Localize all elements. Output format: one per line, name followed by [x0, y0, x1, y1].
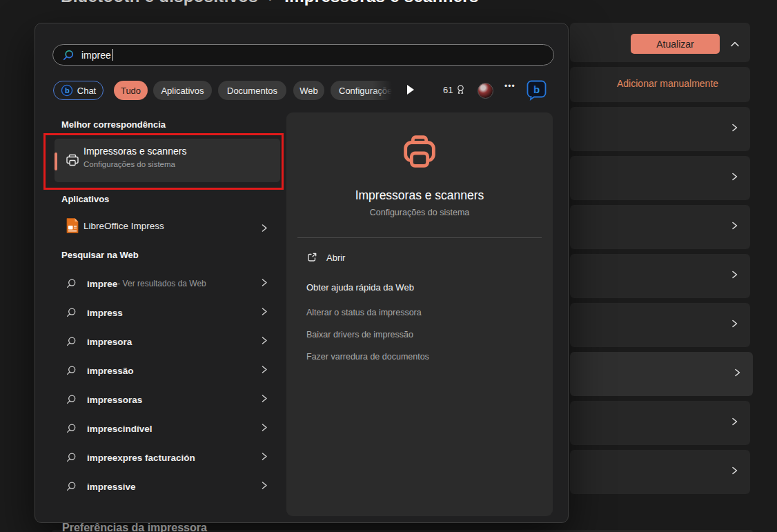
detail-title: Impressoras e scanners: [286, 188, 553, 203]
web-suggestions-list: impree - Ver resultados da Web impress: [48, 269, 282, 501]
printer-preferences-section-title: Preferências da impressora: [62, 522, 207, 532]
user-avatar[interactable]: [478, 83, 493, 99]
filter-tab-label: Chat: [77, 86, 96, 96]
search-suggestion-icon: [66, 481, 77, 492]
filter-tab-settings[interactable]: Configurações: [331, 81, 395, 100]
search-suggestion-icon: [66, 423, 77, 434]
suggestion-suffix: - Ver resultados da Web: [117, 279, 206, 288]
open-action-label: Abrir: [326, 253, 345, 263]
chevron-right-icon: [730, 319, 739, 331]
suggestion-term: impressoras: [87, 395, 142, 405]
apps-section-label: Aplicativos: [61, 194, 109, 204]
search-suggestion-icon: [66, 394, 77, 405]
quick-help-link[interactable]: Fazer varredura de documentos: [306, 352, 429, 374]
chevron-right-icon[interactable]: [260, 422, 268, 435]
chevron-up-icon[interactable]: [727, 37, 742, 52]
filter-tab-label: Web: [299, 86, 318, 96]
filter-tab-documents[interactable]: Documentos: [218, 81, 286, 100]
refresh-button[interactable]: Atualizar: [631, 34, 720, 54]
chevron-right-icon[interactable]: [260, 306, 268, 319]
search-suggestion-icon: [66, 365, 77, 376]
web-suggestion-item[interactable]: impreexpres facturación: [48, 443, 282, 472]
web-suggestion-item[interactable]: imprescindível: [48, 414, 282, 443]
web-suggestion-item[interactable]: impressoras: [48, 385, 282, 414]
suggestion-term: impreexpres facturación: [87, 453, 195, 463]
chevron-right-icon: [730, 270, 739, 282]
web-suggestion-item[interactable]: impressive: [48, 472, 282, 501]
search-query-text: impree: [81, 50, 111, 61]
chevron-right-icon[interactable]: [260, 223, 268, 235]
quick-help-link[interactable]: Alterar o status da impressora: [306, 308, 429, 330]
best-match-section-label: Melhor correspondência: [61, 119, 166, 130]
printer-device-row[interactable]: [570, 352, 753, 396]
chevron-right-icon[interactable]: [260, 364, 268, 377]
best-match-item[interactable]: Impressoras e scanners Configurações do …: [55, 139, 280, 182]
quick-help-heading[interactable]: Obter ajuda rápida da Web: [306, 282, 414, 293]
filter-tab-apps[interactable]: Aplicativos: [153, 81, 212, 100]
printer-device-row[interactable]: [570, 254, 750, 298]
suggestion-term: impree: [87, 279, 117, 289]
rewards-points: 61: [443, 85, 453, 95]
search-suggestion-icon: [66, 336, 77, 347]
overflow-menu-icon[interactable]: •••: [504, 81, 515, 91]
search-suggestion-icon: [66, 452, 77, 463]
chevron-right-icon[interactable]: [260, 393, 268, 406]
web-suggestion-item[interactable]: impressão: [48, 356, 282, 385]
printer-device-row[interactable]: [570, 303, 750, 347]
desktop-screen: Bluetooth e dispositivos›Impressoras e s…: [0, 0, 777, 532]
chevron-right-icon[interactable]: [260, 277, 268, 290]
web-suggestion-item[interactable]: impresora: [48, 327, 282, 356]
printer-large-icon: [398, 132, 441, 178]
bing-logo-icon[interactable]: b: [525, 78, 548, 104]
chevron-right-icon: [730, 172, 739, 184]
chevron-right-icon[interactable]: [260, 335, 268, 348]
result-detail-panel: Impressoras e scanners Configurações do …: [286, 112, 553, 516]
page-title: Impressoras e scanners: [284, 0, 478, 6]
search-input[interactable]: impree: [52, 44, 554, 66]
filter-tab-label: Tudo: [121, 86, 141, 96]
divider: [297, 237, 542, 238]
printer-icon: [65, 152, 80, 170]
text-cursor: [112, 49, 113, 61]
printer-device-row[interactable]: [570, 450, 750, 494]
rewards-badge[interactable]: 61: [443, 84, 466, 95]
search-suggestion-icon: [66, 307, 77, 318]
chevron-right-icon: [730, 221, 739, 233]
filter-tab-all[interactable]: Tudo: [114, 81, 148, 100]
quick-help-links: Alterar o status da impressora Baixar dr…: [306, 308, 429, 374]
web-suggestion-item[interactable]: impress: [48, 298, 282, 327]
suggestion-term: impresora: [87, 337, 132, 347]
chevron-right-icon: [730, 417, 739, 429]
open-external-icon: [306, 252, 317, 263]
filter-tab-web[interactable]: Web: [293, 81, 324, 100]
web-suggestion-item[interactable]: impree - Ver resultados da Web: [48, 269, 282, 298]
svg-text:b: b: [533, 83, 540, 95]
chevron-right-icon[interactable]: [260, 451, 268, 464]
detail-subtitle: Configurações do sistema: [286, 208, 553, 217]
suggestion-term: impress: [87, 308, 123, 318]
rewards-medal-icon: [455, 84, 466, 95]
breadcrumb-parent[interactable]: Bluetooth e dispositivos: [61, 0, 258, 6]
breadcrumb-separator-icon: ›: [268, 0, 274, 6]
quick-help-link[interactable]: Baixar drivers de impressão: [306, 330, 429, 352]
selection-accent-bar: [55, 152, 57, 170]
printer-device-row[interactable]: [570, 107, 750, 151]
chevron-right-icon: [730, 123, 739, 135]
svg-text:b: b: [65, 86, 70, 95]
printer-device-row[interactable]: [570, 205, 750, 249]
app-result-label: LibreOffice Impress: [83, 221, 164, 231]
chevron-right-icon[interactable]: [260, 480, 268, 493]
best-match-subtitle: Configurações do sistema: [83, 160, 175, 168]
printer-device-row[interactable]: [570, 401, 750, 445]
app-result-libreoffice-impress[interactable]: LibreOffice Impress: [48, 211, 282, 243]
best-match-title: Impressoras e scanners: [83, 146, 186, 157]
printer-device-row[interactable]: [570, 156, 750, 200]
filter-tab-label: Aplicativos: [161, 86, 204, 96]
add-manually-link[interactable]: Adicionar manualmente: [617, 78, 718, 89]
search-magnifier-icon: [62, 49, 75, 61]
more-filters-icon[interactable]: [407, 85, 414, 95]
open-action[interactable]: Abrir: [306, 252, 345, 263]
filter-tab-chat[interactable]: b Chat: [53, 81, 104, 100]
chevron-right-icon: [730, 466, 739, 478]
search-flyout: impree b Chat Tudo Aplicativos Documento…: [35, 23, 569, 523]
